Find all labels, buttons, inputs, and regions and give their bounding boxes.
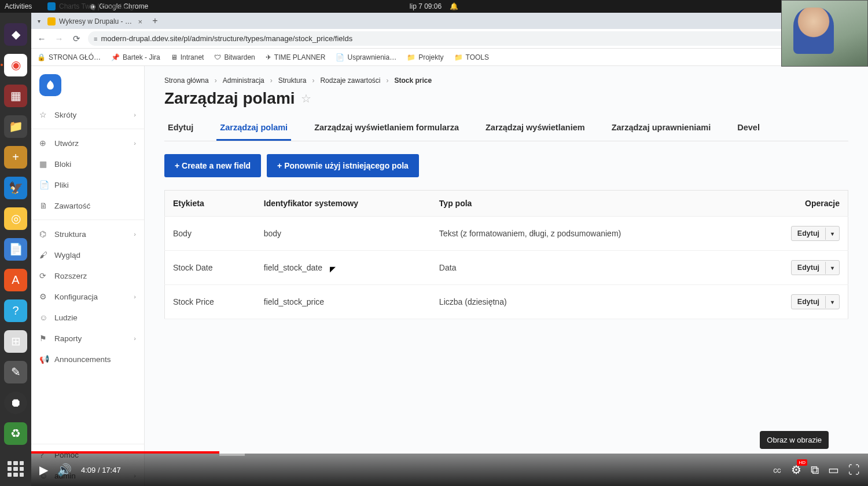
- close-tab-icon[interactable]: ×: [138, 17, 142, 26]
- breadcrumb-separator: ›: [270, 76, 273, 85]
- webcam-overlay: [781, 0, 868, 67]
- sidebar-item[interactable]: ⟳ Rozszerz: [31, 265, 144, 286]
- field-ops-cell: Edytuj ▾: [745, 251, 848, 285]
- sidebar-label: Konfiguracja: [54, 293, 98, 301]
- sidebar-item[interactable]: ⚙ Konfiguracja ›: [31, 286, 144, 307]
- back-button[interactable]: ←: [36, 34, 47, 43]
- dock-show-apps[interactable]: [8, 461, 24, 477]
- sidebar-item[interactable]: ⊕ Utwórz ›: [31, 133, 144, 154]
- bookmark-item[interactable]: 📁Projekty: [407, 53, 443, 61]
- drupal-logo[interactable]: [39, 74, 61, 96]
- dock-app[interactable]: ▦: [4, 85, 27, 107]
- sidebar-item[interactable]: 📄 Pliki: [31, 174, 144, 195]
- favorite-star-icon[interactable]: ☆: [301, 92, 311, 105]
- local-tab[interactable]: Devel: [734, 117, 763, 141]
- sidebar-item[interactable]: 🗎 Zawartość: [31, 195, 144, 216]
- tab-overflow-icon[interactable]: ▾: [35, 18, 43, 24]
- video-progress-bar[interactable]: [31, 451, 868, 454]
- dropdown-toggle-icon[interactable]: ▾: [825, 228, 839, 240]
- dock-software[interactable]: A: [4, 269, 27, 291]
- dock-help[interactable]: ?: [4, 299, 27, 322]
- breadcrumb-link[interactable]: Administracja: [223, 76, 264, 85]
- local-tab[interactable]: Zarządzaj polami: [216, 117, 291, 141]
- table-row: Body body Tekst (z formatowaniem, długi,…: [165, 217, 848, 251]
- sidebar-item[interactable]: ☺ Ludzie: [31, 307, 144, 328]
- captions-button[interactable]: ㏄: [773, 464, 782, 476]
- dock-app[interactable]: ✎: [4, 361, 27, 383]
- new-tab-button[interactable]: +: [148, 16, 162, 26]
- activities-button[interactable]: Activities: [5, 2, 32, 10]
- chrome-window: ▾ Zarządzaj polami | Drush × Charts | Dr…: [31, 13, 868, 486]
- field-machine-cell: field_stock_date: [256, 251, 431, 285]
- sidebar-item[interactable]: 🖌 Wygląd: [31, 244, 144, 265]
- edit-button[interactable]: Edytuj: [792, 295, 825, 309]
- browser-tab[interactable]: Charts Twig | Drupal.org ×: [43, 0, 147, 14]
- theater-button[interactable]: ▭: [828, 463, 839, 477]
- settings-button[interactable]: ⚙: [791, 463, 801, 477]
- site-info-icon[interactable]: ≡: [94, 35, 97, 42]
- video-time: 4:09 / 17:47: [81, 466, 121, 474]
- dock-obs[interactable]: ⏺: [4, 392, 27, 414]
- fullscreen-button[interactable]: ⛶: [848, 463, 860, 477]
- play-button[interactable]: ▶: [39, 463, 48, 477]
- sidebar-icon: ☆: [39, 110, 49, 119]
- bookmark-label: Intranet: [181, 53, 204, 61]
- bookmark-favicon: 🛡: [214, 53, 221, 61]
- sidebar-item[interactable]: ☆ Skróty ›: [31, 104, 144, 125]
- browser-tab[interactable]: Wykresy w Drupalu - Pre ×: [43, 14, 147, 29]
- forward-button[interactable]: →: [53, 34, 65, 43]
- url-bar[interactable]: ≡ modern-drupal.ddev.site/pl/admin/struc…: [88, 31, 810, 46]
- sidebar-icon: ☺: [39, 313, 49, 322]
- reuse-field-button[interactable]: + Ponownie użyj istniejącego pola: [267, 154, 419, 177]
- sidebar-label: Pliki: [54, 181, 69, 189]
- operations-dropbutton[interactable]: Edytuj ▾: [791, 226, 840, 241]
- local-tab[interactable]: Zarządzaj wyświetlaniem formularza: [311, 117, 462, 141]
- bookmark-item[interactable]: 🔒STRONA GŁÓ…: [37, 53, 101, 61]
- edit-button[interactable]: Edytuj: [792, 226, 825, 240]
- clock[interactable]: lip 7 09:06: [410, 2, 442, 10]
- chevron-right-icon: ›: [134, 111, 136, 118]
- volume-button[interactable]: 🔊: [57, 463, 72, 477]
- operations-dropbutton[interactable]: Edytuj ▾: [791, 294, 840, 309]
- close-tab-icon[interactable]: ×: [138, 2, 142, 11]
- sidebar-icon: ⌬: [39, 229, 49, 239]
- sidebar-item[interactable]: 📢 Announcements: [31, 349, 144, 370]
- sidebar-item[interactable]: ⌬ Struktura ›: [31, 224, 144, 244]
- dock-app[interactable]: ◆: [4, 23, 27, 46]
- create-field-button[interactable]: + Create a new field: [164, 154, 261, 177]
- breadcrumb-link[interactable]: Strona główna: [164, 76, 209, 85]
- pip-button[interactable]: ⧉: [811, 463, 819, 477]
- breadcrumb-link[interactable]: Rodzaje zawartości: [320, 76, 380, 85]
- operations-dropbutton[interactable]: Edytuj ▾: [791, 260, 840, 275]
- local-tab[interactable]: Edytuj: [164, 117, 197, 141]
- breadcrumb-link[interactable]: Struktura: [278, 76, 307, 85]
- bookmark-item[interactable]: 📄Usprawnienia…: [336, 53, 396, 61]
- dock-files[interactable]: 📁: [4, 115, 27, 138]
- bookmarks-bar: 🔒STRONA GŁÓ…📌Bartek - Jira🖥Intranet🛡Bitw…: [31, 49, 868, 66]
- dock-app[interactable]: ⊞: [4, 330, 27, 353]
- bookmark-item[interactable]: 📁TOOLS: [454, 53, 489, 61]
- local-tab[interactable]: Zarządzaj wyświetlaniem: [482, 117, 589, 141]
- dropdown-toggle-icon[interactable]: ▾: [825, 262, 839, 274]
- dock-chrome[interactable]: ◉: [4, 54, 27, 76]
- bookmark-item[interactable]: 🖥Intranet: [171, 53, 204, 61]
- sidebar-item[interactable]: ▦ Bloki: [31, 154, 144, 174]
- local-tab[interactable]: Zarządzaj uprawnieniami: [608, 117, 715, 141]
- fields-table: EtykietaIdentyfikator systemowyTyp polaO…: [164, 190, 848, 319]
- sidebar-item[interactable]: ⚑ Raporty ›: [31, 328, 144, 349]
- sidebar-icon: ⊕: [39, 138, 49, 148]
- field-ops-cell: Edytuj ▾: [745, 217, 848, 251]
- edit-button[interactable]: Edytuj: [792, 261, 825, 275]
- dock-trash[interactable]: ♻: [4, 422, 27, 445]
- table-header: Identyfikator systemowy: [256, 191, 431, 217]
- notification-icon[interactable]: 🔔: [450, 2, 458, 10]
- dropdown-toggle-icon[interactable]: ▾: [825, 296, 839, 308]
- reload-button[interactable]: ⟳: [71, 34, 82, 44]
- bookmark-item[interactable]: 📌Bartek - Jira: [111, 53, 160, 61]
- dock-app[interactable]: 📄: [4, 238, 27, 261]
- bookmark-item[interactable]: 🛡Bitwarden: [214, 53, 255, 61]
- dock-app[interactable]: +: [4, 146, 27, 169]
- bookmark-item[interactable]: ✈TIME PLANNER: [266, 53, 326, 61]
- dock-app[interactable]: 🦅: [4, 177, 27, 199]
- dock-app[interactable]: ◎: [4, 207, 27, 230]
